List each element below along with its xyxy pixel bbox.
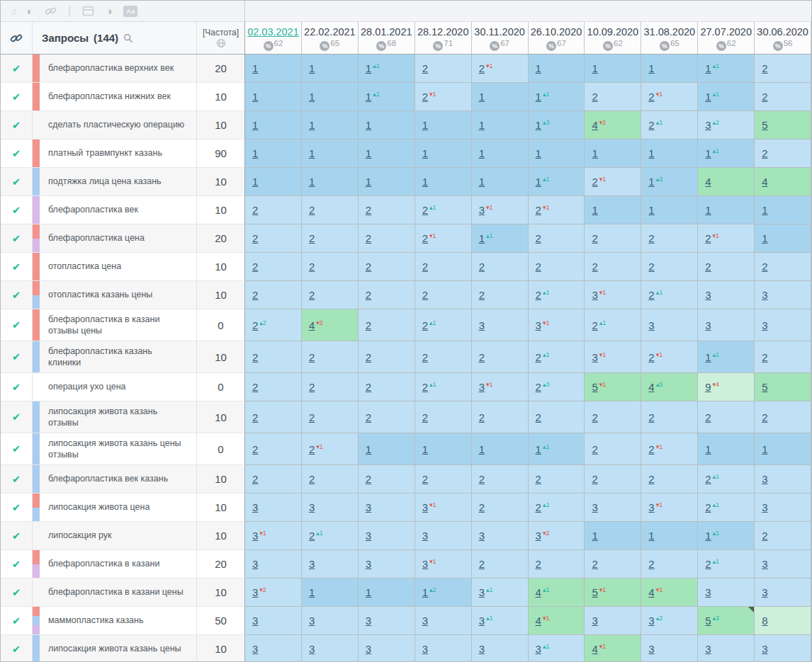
keyword-cell[interactable]: блефаропластика в казаниотзывы цены: [33, 309, 197, 341]
position-link[interactable]: 3▴2: [705, 120, 719, 130]
position-link[interactable]: 1: [422, 120, 428, 130]
position-link[interactable]: 2: [366, 320, 371, 331]
position-link[interactable]: 3▾1: [479, 382, 493, 392]
date-link[interactable]: 30.06.2020: [757, 26, 808, 38]
position-link[interactable]: 1: [366, 120, 371, 130]
position-link[interactable]: 1▴1: [479, 233, 493, 244]
position-link[interactable]: 3: [479, 530, 485, 541]
brightness-icon[interactable]: ◐: [27, 6, 33, 16]
position-link[interactable]: 2▴1: [536, 502, 550, 513]
position-link[interactable]: 2: [252, 474, 258, 484]
position-link[interactable]: 1: [309, 587, 315, 598]
keyword-cell[interactable]: блефаропластика в казани цены: [33, 578, 197, 607]
position-link[interactable]: 3: [309, 559, 315, 569]
position-link[interactable]: 2: [479, 474, 485, 484]
date-column-header[interactable]: 27.07.2020%62: [698, 22, 755, 54]
position-link[interactable]: 1: [592, 63, 597, 74]
row-checkbox[interactable]: ✔: [1, 309, 33, 341]
position-link[interactable]: 2: [479, 352, 485, 363]
keyword-cell[interactable]: липосакция живота казань цены: [33, 635, 197, 662]
position-link[interactable]: 1: [252, 176, 258, 187]
position-link[interactable]: 3: [252, 502, 258, 513]
position-link[interactable]: 3: [705, 290, 711, 300]
position-link[interactable]: 3▴1: [479, 615, 493, 626]
position-link[interactable]: 3: [252, 559, 258, 569]
position-link[interactable]: 3▴1: [536, 644, 550, 654]
keyword-cell[interactable]: блефаропластика верхних век: [33, 55, 197, 83]
position-link[interactable]: 1: [309, 148, 315, 159]
date-link[interactable]: 31.08.2020: [644, 26, 696, 38]
date-link[interactable]: 26.10.2020: [531, 26, 582, 38]
position-link[interactable]: 1: [422, 176, 428, 187]
position-link[interactable]: 1: [536, 148, 541, 159]
position-link[interactable]: 2▾1: [536, 205, 550, 215]
position-link[interactable]: 2: [479, 502, 485, 513]
row-checkbox[interactable]: ✔: [1, 522, 33, 550]
position-link[interactable]: 1: [479, 91, 485, 102]
position-link[interactable]: 1: [366, 444, 371, 455]
position-link[interactable]: 1: [366, 148, 371, 159]
position-link[interactable]: 3: [648, 320, 654, 331]
position-link[interactable]: 3: [309, 502, 315, 513]
position-link[interactable]: 2: [479, 290, 485, 300]
date-column-header[interactable]: 02.03.2021%62: [245, 22, 302, 54]
date-link[interactable]: 28.12.2020: [417, 26, 469, 38]
position-link[interactable]: 1▴1: [705, 352, 719, 363]
position-link[interactable]: 2: [705, 261, 711, 272]
position-link[interactable]: 2: [762, 412, 767, 423]
row-checkbox[interactable]: ✔: [1, 55, 33, 83]
row-checkbox[interactable]: ✔: [1, 253, 33, 281]
position-link[interactable]: 3: [762, 644, 767, 654]
position-link[interactable]: 2: [252, 382, 258, 392]
position-link[interactable]: 3: [252, 644, 258, 654]
position-link[interactable]: 2▴1: [705, 474, 719, 484]
position-link[interactable]: 2▴1: [648, 290, 662, 300]
position-link[interactable]: 2: [762, 63, 767, 74]
position-link[interactable]: 2: [592, 91, 597, 102]
position-link[interactable]: 3▾1: [479, 205, 493, 215]
position-link[interactable]: 4▾1: [592, 644, 606, 654]
position-link[interactable]: 2▴1: [705, 502, 719, 513]
keyword-cell[interactable]: операция ухо цена: [33, 373, 197, 401]
position-link[interactable]: 2: [422, 474, 428, 484]
position-link[interactable]: 2: [422, 412, 428, 423]
position-link[interactable]: 1: [309, 63, 315, 74]
position-link[interactable]: 1: [705, 444, 711, 455]
position-link[interactable]: 2▾1: [592, 176, 606, 187]
position-link[interactable]: 1▴1: [366, 63, 380, 74]
date-link[interactable]: 22.02.2021: [304, 26, 356, 38]
keyword-cell[interactable]: сделать пластическую операцию: [33, 111, 197, 139]
position-link[interactable]: 1▴3: [648, 176, 662, 187]
keyword-cell[interactable]: блефаропластика век: [33, 196, 197, 224]
position-link[interactable]: 2▴1: [705, 559, 719, 569]
keyword-cell[interactable]: маммопластика казань: [33, 607, 197, 635]
position-link[interactable]: 2▾1: [648, 352, 662, 363]
position-link[interactable]: 1: [309, 176, 315, 187]
position-link[interactable]: 1: [648, 530, 654, 541]
position-link[interactable]: 3: [366, 502, 371, 513]
row-checkbox[interactable]: ✔: [1, 139, 33, 168]
position-link[interactable]: 4: [705, 176, 711, 187]
position-link[interactable]: 2▴1: [422, 205, 436, 215]
position-link[interactable]: 2: [366, 205, 371, 215]
panel-icon[interactable]: [82, 6, 94, 16]
position-link[interactable]: 2▴1: [309, 530, 323, 541]
position-link[interactable]: 8: [762, 615, 767, 626]
position-link[interactable]: 1▴1: [366, 91, 380, 102]
position-link[interactable]: 2: [366, 474, 371, 484]
position-link[interactable]: 2: [762, 352, 767, 363]
position-link[interactable]: 1: [479, 176, 485, 187]
position-link[interactable]: 2: [648, 261, 654, 272]
position-link[interactable]: 3: [252, 615, 258, 626]
position-link[interactable]: 3: [422, 530, 428, 541]
row-checkbox[interactable]: ✔: [1, 465, 33, 493]
position-link[interactable]: 2: [252, 261, 258, 272]
position-link[interactable]: 2▾1: [648, 444, 662, 455]
keyword-cell[interactable]: блефаропластика казаньклиники: [33, 341, 197, 373]
position-link[interactable]: 2: [479, 261, 485, 272]
row-checkbox[interactable]: ✔: [1, 196, 33, 224]
position-link[interactable]: 2: [252, 205, 258, 215]
position-link[interactable]: 2: [366, 261, 371, 272]
position-link[interactable]: 1: [422, 148, 428, 159]
position-link[interactable]: 3: [422, 615, 428, 626]
